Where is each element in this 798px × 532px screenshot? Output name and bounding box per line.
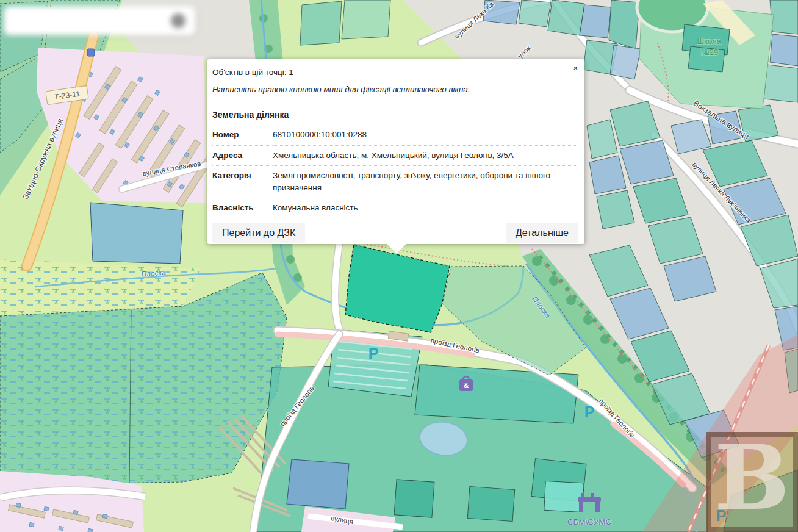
details-button[interactable]: Детальніше (506, 223, 578, 243)
parcel-section-title: Земельна ділянка (212, 109, 578, 121)
school-label-number: №29 (701, 48, 718, 57)
popup-tail (387, 244, 406, 253)
field-label-number: Номер (212, 125, 273, 145)
map-info-popup: × Об'єктів в цій точці: 1 Натисніть прав… (207, 59, 584, 244)
school-label-name: Школа (697, 37, 721, 46)
search-settings-icon[interactable] (171, 13, 185, 28)
field-row-category: Категорія Землі промисловості, транспорт… (212, 165, 578, 198)
parking-icon: P (584, 403, 595, 420)
objects-count-line: Об'єктів в цій точці: 1 (212, 67, 578, 78)
field-value-number: 6810100000:10:001:0288 (273, 125, 578, 145)
field-row-number: Номер 6810100000:10:001:0288 (212, 125, 578, 145)
parcel-fields-table: Номер 6810100000:10:001:0288 Адреса Хмел… (212, 125, 578, 218)
search-bar-blurred[interactable] (4, 6, 195, 35)
marsh-area (0, 259, 287, 485)
poi-label-sbm: СБМ\СУМС (567, 517, 612, 527)
highway-marker-icon (87, 49, 95, 56)
field-value-ownership: Комунальна власність (273, 198, 578, 218)
parking-icon: P (368, 345, 379, 362)
field-row-ownership: Власність Комунальна власність (212, 198, 578, 218)
field-value-address: Хмельницька область, м. Хмельницький, ву… (273, 145, 578, 165)
field-value-category: Землі промисловості, транспорту, зв'язку… (273, 165, 578, 198)
field-label-address: Адреса (212, 145, 273, 165)
field-label-category: Категорія (212, 165, 273, 198)
popup-hint: Натисніть правою кнопкою миші для фіксац… (212, 84, 578, 95)
field-row-address: Адреса Хмельницька область, м. Хмельниць… (212, 145, 578, 165)
parking-icon: P (716, 507, 727, 524)
close-icon[interactable]: × (573, 64, 578, 72)
goto-dzk-button[interactable]: Перейти до ДЗК (212, 223, 305, 243)
shop-bag-glyph: & (464, 381, 469, 390)
field-label-ownership: Власність (212, 198, 273, 218)
